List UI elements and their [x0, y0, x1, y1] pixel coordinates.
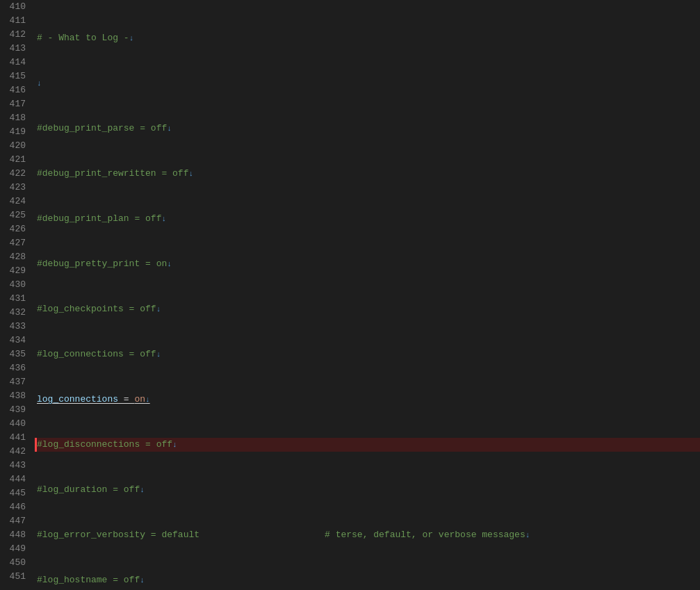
- line-num-419: 419: [0, 125, 31, 139]
- code-line-418: log_connections = on↓: [37, 393, 700, 407]
- line-num-424: 424: [0, 195, 31, 208]
- code-line-417: #log_connections = off↓: [37, 347, 700, 361]
- comment-413: #debug_print_rewritten = off: [37, 168, 188, 179]
- code-line-411: ↓: [37, 76, 700, 90]
- code-line-421: #log_error_verbosity = default # terse, …: [37, 528, 700, 542]
- comment-410: # - What to Log -: [37, 33, 129, 43]
- line-num-449: 449: [0, 542, 31, 556]
- line-num-431: 431: [0, 292, 31, 306]
- line-num-422: 422: [0, 167, 31, 181]
- line-num-425: 425: [0, 208, 31, 222]
- line-num-448: 448: [0, 528, 31, 542]
- line-num-444: 444: [0, 473, 31, 486]
- line-num-412: 412: [0, 28, 31, 42]
- line-num-445: 445: [0, 486, 31, 500]
- code-line-420: #log_duration = off↓: [37, 483, 700, 497]
- value-418: on: [134, 394, 145, 404]
- line-num-430: 430: [0, 278, 31, 292]
- line-num-443: 443: [0, 459, 31, 473]
- code-line-413: #debug_print_rewritten = off↓: [37, 167, 700, 181]
- code-editor: 410 411 412 413 414 415 416 417 418 419 …: [0, 0, 700, 590]
- line-num-426: 426: [0, 222, 31, 236]
- line-num-439: 439: [0, 403, 31, 417]
- comment-417: #log_connections = off: [37, 349, 156, 359]
- comment-419: #log_disconnections = off: [37, 439, 172, 450]
- line-number-gutter: 410 411 412 413 414 415 416 417 418 419 …: [0, 0, 31, 590]
- code-line-419: #log_disconnections = off↓: [35, 438, 700, 452]
- line-num-423: 423: [0, 181, 31, 195]
- line-num-421: 421: [0, 153, 31, 167]
- inline-comment-421: # terse, default, or verbose messages: [325, 530, 526, 540]
- line-num-436: 436: [0, 361, 31, 375]
- code-line-416: #log_checkpoints = off↓: [37, 302, 700, 316]
- line-num-427: 427: [0, 236, 31, 250]
- code-line-415: #debug_pretty_print = on↓: [37, 257, 700, 271]
- code-line-412: #debug_print_parse = off↓: [37, 122, 700, 136]
- line-num-438: 438: [0, 389, 31, 403]
- line-num-435: 435: [0, 347, 31, 361]
- line-num-428: 428: [0, 250, 31, 264]
- line-num-410: 410: [0, 0, 31, 14]
- line-num-446: 446: [0, 500, 31, 514]
- line-num-437: 437: [0, 375, 31, 389]
- comment-416: #log_checkpoints = off: [37, 304, 156, 314]
- line-num-440: 440: [0, 417, 31, 431]
- comment-412: #debug_print_parse = off: [37, 123, 167, 133]
- line-num-429: 429: [0, 264, 31, 278]
- line-num-433: 433: [0, 320, 31, 334]
- line-num-414: 414: [0, 56, 31, 69]
- line-num-442: 442: [0, 445, 31, 459]
- line-num-420: 420: [0, 139, 31, 153]
- line-num-434: 434: [0, 334, 31, 347]
- line-num-451: 451: [0, 570, 31, 584]
- code-line-422: #log_hostname = off↓: [37, 573, 700, 587]
- line-num-418: 418: [0, 111, 31, 125]
- line-num-411: 411: [0, 14, 31, 28]
- line-num-447: 447: [0, 514, 31, 528]
- code-line-410: # - What to Log -↓: [37, 31, 700, 45]
- code-content[interactable]: # - What to Log -↓ ↓ #debug_print_parse …: [31, 0, 700, 590]
- line-num-441: 441: [0, 431, 31, 445]
- line-num-450: 450: [0, 556, 31, 570]
- comment-415: #debug_pretty_print = on: [37, 259, 167, 269]
- line-num-415: 415: [0, 69, 31, 83]
- key-418: log_connections: [37, 394, 118, 404]
- comment-414: #debug_print_plan = off: [37, 213, 161, 224]
- comment-421: #log_error_verbosity = default: [37, 530, 200, 540]
- line-num-413: 413: [0, 42, 31, 56]
- comment-422: #log_hostname = off: [37, 575, 140, 585]
- code-line-414: #debug_print_plan = off↓: [37, 212, 700, 226]
- line-num-416: 416: [0, 83, 31, 97]
- comment-420: #log_duration = off: [37, 484, 140, 495]
- line-num-417: 417: [0, 97, 31, 111]
- line-num-432: 432: [0, 306, 31, 320]
